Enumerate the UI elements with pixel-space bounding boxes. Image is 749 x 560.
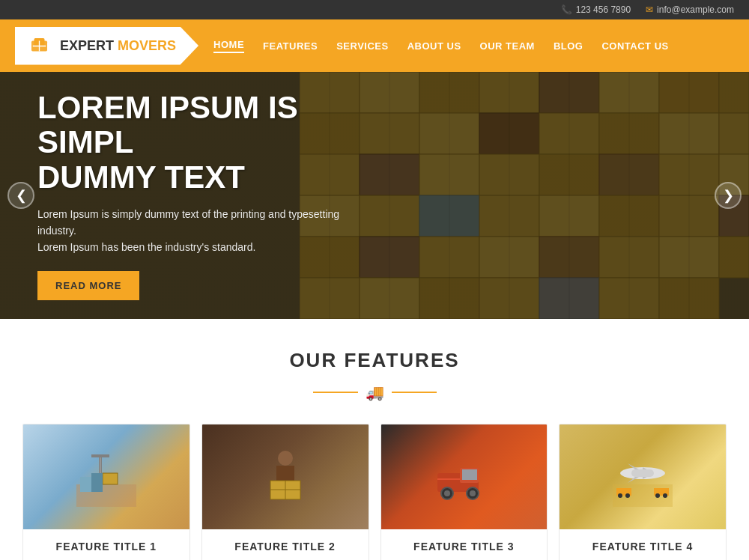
svg-point-88 [655, 493, 660, 498]
features-section: OUR FEATURES 🚚 FEATURE TITLE 1 L [0, 319, 749, 560]
hero-title: LOREM IPSUM IS SIMPL DUMMY TEXT [37, 91, 352, 195]
nav-features[interactable]: FEATURES [263, 40, 318, 52]
hero-title-line2: DUMMY TEXT [37, 159, 245, 195]
svg-rect-62 [103, 473, 118, 484]
nav-blog[interactable]: BLOG [554, 40, 583, 52]
logo-icon [26, 33, 52, 59]
features-grid: FEATURE TITLE 1 Lorem ipsum dolor sit am… [15, 424, 734, 560]
email-item: ✉ info@example.com [646, 4, 734, 15]
feature-title-3: FEATURE TITLE 3 [389, 541, 540, 553]
svg-rect-72 [462, 469, 477, 480]
hero-title-line1: LOREM IPSUM IS SIMPL [37, 90, 298, 159]
feature-image-1 [23, 424, 189, 529]
hero-prev-button[interactable]: ❮ [7, 182, 34, 209]
feature-card-4: FEATURE TITLE 4 Lorem ipsum dolor sit am… [559, 424, 727, 560]
feature-card-1: FEATURE TITLE 1 Lorem ipsum dolor sit am… [22, 424, 190, 560]
feature-card-3: FEATURE TITLE 3 Lorem ipsum dolor sit am… [380, 424, 548, 560]
feature-image-3 [381, 424, 548, 529]
svg-rect-60 [91, 454, 109, 457]
truck-icon: 🚚 [366, 383, 384, 401]
svg-rect-81 [631, 469, 654, 477]
email-icon: ✉ [646, 4, 653, 15]
next-arrow-icon: ❯ [723, 187, 734, 204]
divider-left [313, 392, 358, 393]
features-divider: 🚚 [15, 383, 734, 401]
svg-point-65 [278, 451, 293, 466]
features-title: OUR FEATURES [15, 349, 734, 372]
hero-desc-line1: Lorem Ipsum is simply dummy text of the … [37, 208, 339, 237]
read-more-button[interactable]: READ MORE [37, 271, 139, 300]
nav-team[interactable]: OUR TEAM [480, 40, 535, 52]
svg-rect-64 [91, 473, 103, 492]
email-address: info@example.com [657, 4, 734, 15]
hero-desc-line2: Lorem Ipsum has been the industry's stan… [37, 241, 255, 253]
svg-point-86 [618, 493, 622, 498]
top-bar: 📞 123 456 7890 ✉ info@example.com [0, 0, 749, 19]
feature-card-2: FEATURE TITLE 2 Lorem ipsum dolor sit am… [201, 424, 369, 560]
hero-content: LOREM IPSUM IS SIMPL DUMMY TEXT Lorem Ip… [0, 91, 389, 300]
svg-rect-63 [80, 477, 91, 492]
feature-image-4 [560, 424, 726, 529]
prev-arrow-icon: ❮ [16, 187, 27, 204]
logo-accent: MOVERS [114, 38, 176, 53]
hero-section: ❮ LOREM IPSUM IS SIMPL DUMMY TEXT Lorem … [0, 72, 749, 319]
svg-point-76 [470, 490, 476, 496]
phone-item: 📞 123 456 7890 [561, 4, 631, 15]
main-nav: HOME FEATURES SERVICES ABOUT US OUR TEAM… [213, 39, 669, 53]
nav-about[interactable]: ABOUT US [407, 40, 461, 52]
divider-right [392, 392, 437, 393]
svg-rect-77 [437, 478, 460, 480]
phone-icon: 📞 [561, 4, 572, 15]
svg-point-89 [663, 493, 667, 498]
svg-point-74 [444, 490, 450, 496]
nav-home[interactable]: HOME [213, 39, 244, 53]
nav-contact[interactable]: CONTACT US [601, 40, 668, 52]
feature-title-2: FEATURE TITLE 2 [210, 541, 361, 553]
logo[interactable]: EXPERT MOVERS [15, 27, 198, 65]
phone-number: 123 456 7890 [576, 4, 631, 15]
feature-title-1: FEATURE TITLE 1 [31, 541, 182, 553]
feature-image-2 [202, 424, 369, 529]
nav-services[interactable]: SERVICES [336, 40, 389, 52]
feature-title-4: FEATURE TITLE 4 [567, 541, 718, 553]
svg-point-87 [625, 493, 630, 498]
hero-next-button[interactable]: ❯ [715, 182, 742, 209]
logo-text: EXPERT MOVERS [60, 38, 176, 54]
hero-description: Lorem Ipsum is simply dummy text of the … [37, 206, 352, 256]
header: EXPERT MOVERS HOME FEATURES SERVICES ABO… [0, 19, 749, 72]
